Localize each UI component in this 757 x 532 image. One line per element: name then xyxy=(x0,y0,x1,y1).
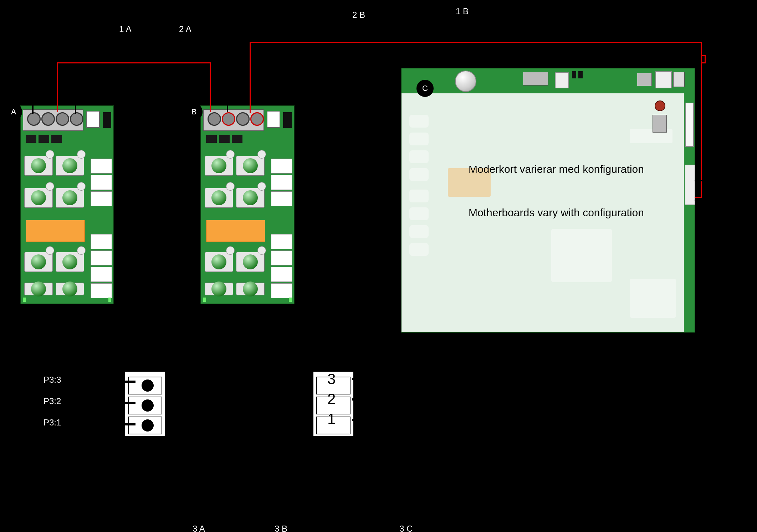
num-3: 3 xyxy=(327,371,336,388)
label-3B: 3 B xyxy=(275,524,287,532)
relay xyxy=(24,248,53,276)
terminal-A3 xyxy=(56,112,69,126)
label-3A: 3 A xyxy=(193,524,205,532)
terminal-B2 xyxy=(222,112,235,126)
badge-B: B xyxy=(185,103,203,120)
header-A xyxy=(103,112,111,128)
label-1B: 1 B xyxy=(456,6,469,16)
wire-black xyxy=(75,71,76,114)
label-3C: 3 C xyxy=(399,524,413,532)
relay xyxy=(24,151,53,180)
red-button xyxy=(655,100,665,111)
pad xyxy=(91,283,112,298)
pad xyxy=(91,175,112,190)
right-terminal xyxy=(685,165,695,205)
pad xyxy=(91,267,112,282)
label-p3-3: P3:3 xyxy=(44,375,61,385)
label-p3-1: P3:1 xyxy=(44,418,61,428)
num-2: 2 xyxy=(327,391,336,408)
pad xyxy=(91,191,112,206)
ic-orange-A xyxy=(26,220,85,242)
dome-button xyxy=(455,71,476,92)
smd xyxy=(51,135,62,143)
relay xyxy=(56,248,84,276)
label-2B: 2 B xyxy=(352,10,365,20)
relay xyxy=(24,184,53,212)
badge-C: C xyxy=(416,80,434,97)
wire-black xyxy=(32,71,34,114)
note-en: Motherboards vary with configuration xyxy=(464,207,649,219)
header-B xyxy=(283,112,292,128)
relay xyxy=(56,278,84,300)
diagram-canvas: 1 A 2 A 2 B 1 B A xyxy=(0,0,757,532)
badge-A: A xyxy=(5,103,22,120)
num-1: 1 xyxy=(327,410,336,428)
jst-A xyxy=(86,111,100,128)
jst-B xyxy=(267,111,280,128)
terminal-B4 xyxy=(250,112,264,126)
terminal-A4 xyxy=(70,112,83,126)
pad xyxy=(91,250,112,265)
relay xyxy=(24,278,53,300)
smd xyxy=(26,135,36,143)
terminal-A1 xyxy=(27,112,41,126)
label-1A: 1 A xyxy=(119,24,132,34)
relay xyxy=(56,184,84,212)
pad xyxy=(91,159,112,174)
terminal-B3 xyxy=(236,112,250,126)
terminal-A2 xyxy=(41,112,55,126)
smd xyxy=(39,135,49,143)
label-2A: 2 A xyxy=(179,24,191,34)
pad xyxy=(91,234,112,249)
pcb-A xyxy=(20,105,114,304)
pcb-B xyxy=(200,105,295,304)
motherboard-C xyxy=(401,68,695,333)
terminal-B1 xyxy=(208,112,221,126)
relay xyxy=(56,151,84,180)
ic-orange-B xyxy=(206,220,265,242)
label-p3-2: P3:2 xyxy=(44,396,61,406)
note-sv: Moderkort varierar med konfiguration xyxy=(464,163,649,175)
edge-connector xyxy=(685,103,694,147)
